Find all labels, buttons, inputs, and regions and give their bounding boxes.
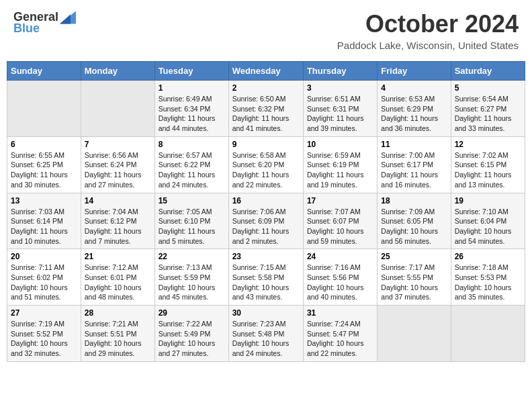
calendar-cell: 24Sunrise: 7:16 AMSunset: 5:56 PMDayligh… [303, 249, 377, 306]
calendar-cell: 25Sunrise: 7:17 AMSunset: 5:55 PMDayligh… [378, 249, 451, 306]
location: Paddock Lake, Wisconsin, United States [337, 40, 519, 51]
calendar-cell: 28Sunrise: 7:21 AMSunset: 5:51 PMDayligh… [81, 306, 154, 362]
day-number: 4 [381, 83, 447, 93]
day-number: 22 [159, 252, 225, 261]
calendar-cell: 29Sunrise: 7:22 AMSunset: 5:49 PMDayligh… [154, 306, 228, 362]
day-info: Sunrise: 7:23 AMSunset: 5:48 PMDaylight:… [232, 319, 300, 359]
day-info: Sunrise: 7:02 AMSunset: 6:15 PMDaylight:… [455, 150, 521, 190]
day-info: Sunrise: 7:05 AMSunset: 6:10 PMDaylight:… [159, 207, 225, 246]
calendar-header-row: SundayMondayTuesdayWednesdayThursdayFrid… [7, 62, 525, 81]
title-area: October 2024 Paddock Lake, Wisconsin, Un… [337, 10, 519, 51]
day-info: Sunrise: 7:13 AMSunset: 5:59 PMDaylight:… [159, 263, 225, 302]
day-info: Sunrise: 7:19 AMSunset: 5:52 PMDaylight:… [11, 319, 77, 359]
day-info: Sunrise: 6:50 AMSunset: 6:32 PMDaylight:… [232, 94, 300, 134]
calendar-cell: 12Sunrise: 7:02 AMSunset: 6:15 PMDayligh… [451, 136, 525, 193]
calendar-cell: 30Sunrise: 7:23 AMSunset: 5:48 PMDayligh… [228, 306, 303, 362]
calendar-cell: 23Sunrise: 7:15 AMSunset: 5:58 PMDayligh… [228, 249, 303, 306]
day-info: Sunrise: 6:51 AMSunset: 6:31 PMDaylight:… [307, 94, 373, 134]
day-number: 9 [232, 140, 300, 149]
day-number: 20 [11, 252, 77, 261]
day-number: 17 [307, 196, 373, 205]
day-number: 31 [307, 308, 373, 318]
calendar-cell: 3Sunrise: 6:51 AMSunset: 6:31 PMDaylight… [303, 81, 377, 137]
day-number: 10 [307, 140, 373, 149]
day-number: 12 [455, 140, 521, 149]
calendar-cell: 1Sunrise: 6:49 AMSunset: 6:34 PMDaylight… [154, 81, 228, 137]
day-number: 19 [455, 196, 521, 205]
calendar-cell: 17Sunrise: 7:07 AMSunset: 6:07 PMDayligh… [303, 193, 377, 249]
logo: General Blue [13, 10, 76, 36]
calendar-cell: 11Sunrise: 7:00 AMSunset: 6:17 PMDayligh… [378, 136, 451, 193]
calendar-cell [378, 306, 451, 362]
day-number: 26 [455, 252, 521, 261]
day-number: 27 [11, 308, 77, 318]
month-title: October 2024 [337, 10, 519, 38]
day-info: Sunrise: 7:06 AMSunset: 6:09 PMDaylight:… [232, 207, 300, 246]
calendar-table: SundayMondayTuesdayWednesdayThursdayFrid… [7, 61, 525, 362]
day-number: 1 [159, 83, 225, 93]
calendar-cell: 21Sunrise: 7:12 AMSunset: 6:01 PMDayligh… [81, 249, 154, 306]
day-info: Sunrise: 7:10 AMSunset: 6:04 PMDaylight:… [455, 207, 521, 246]
page-header: General Blue October 2024 Paddock Lake, … [7, 7, 525, 54]
svg-marker-1 [60, 14, 71, 24]
calendar-week-row: 6Sunrise: 6:55 AMSunset: 6:25 PMDaylight… [7, 136, 525, 193]
day-number: 25 [381, 252, 447, 261]
day-of-week-header: Thursday [303, 62, 377, 81]
day-of-week-header: Friday [378, 62, 451, 81]
day-number: 13 [11, 196, 77, 205]
calendar-cell: 6Sunrise: 6:55 AMSunset: 6:25 PMDaylight… [7, 136, 81, 193]
day-number: 23 [232, 252, 300, 261]
calendar-cell: 22Sunrise: 7:13 AMSunset: 5:59 PMDayligh… [154, 249, 228, 306]
day-of-week-header: Sunday [7, 62, 81, 81]
day-info: Sunrise: 7:11 AMSunset: 6:02 PMDaylight:… [11, 263, 77, 302]
calendar-cell: 2Sunrise: 6:50 AMSunset: 6:32 PMDaylight… [228, 81, 303, 137]
day-info: Sunrise: 7:18 AMSunset: 5:53 PMDaylight:… [455, 263, 521, 302]
day-number: 7 [85, 140, 151, 149]
calendar-cell [7, 81, 81, 137]
day-number: 29 [159, 308, 225, 318]
day-number: 2 [232, 83, 300, 93]
calendar-cell: 16Sunrise: 7:06 AMSunset: 6:09 PMDayligh… [228, 193, 303, 249]
day-number: 16 [232, 196, 300, 205]
day-number: 5 [455, 83, 521, 93]
calendar-cell: 20Sunrise: 7:11 AMSunset: 6:02 PMDayligh… [7, 249, 81, 306]
calendar-cell: 19Sunrise: 7:10 AMSunset: 6:04 PMDayligh… [451, 193, 525, 249]
day-number: 15 [159, 196, 225, 205]
day-info: Sunrise: 7:17 AMSunset: 5:55 PMDaylight:… [381, 263, 447, 302]
calendar-cell: 14Sunrise: 7:04 AMSunset: 6:12 PMDayligh… [81, 193, 154, 249]
calendar-cell: 13Sunrise: 7:03 AMSunset: 6:14 PMDayligh… [7, 193, 81, 249]
day-number: 24 [307, 252, 373, 261]
calendar-cell: 18Sunrise: 7:09 AMSunset: 6:05 PMDayligh… [378, 193, 451, 249]
calendar-cell: 7Sunrise: 6:56 AMSunset: 6:24 PMDaylight… [81, 136, 154, 193]
day-number: 11 [381, 140, 447, 149]
day-info: Sunrise: 6:56 AMSunset: 6:24 PMDaylight:… [85, 150, 151, 190]
day-info: Sunrise: 6:54 AMSunset: 6:27 PMDaylight:… [455, 94, 521, 134]
calendar-cell [81, 81, 154, 137]
day-info: Sunrise: 7:00 AMSunset: 6:17 PMDaylight:… [381, 150, 447, 190]
day-info: Sunrise: 6:49 AMSunset: 6:34 PMDaylight:… [159, 94, 225, 134]
day-info: Sunrise: 7:24 AMSunset: 5:47 PMDaylight:… [307, 319, 373, 359]
day-number: 8 [159, 140, 225, 149]
day-info: Sunrise: 7:12 AMSunset: 6:01 PMDaylight:… [85, 263, 151, 302]
calendar-cell: 31Sunrise: 7:24 AMSunset: 5:47 PMDayligh… [303, 306, 377, 362]
day-number: 6 [11, 140, 77, 149]
day-info: Sunrise: 7:16 AMSunset: 5:56 PMDaylight:… [307, 263, 373, 302]
day-number: 30 [232, 308, 300, 318]
day-number: 18 [381, 196, 447, 205]
day-info: Sunrise: 6:53 AMSunset: 6:29 PMDaylight:… [381, 94, 447, 134]
day-number: 14 [85, 196, 151, 205]
day-number: 28 [85, 308, 151, 318]
calendar-cell: 27Sunrise: 7:19 AMSunset: 5:52 PMDayligh… [7, 306, 81, 362]
day-number: 21 [85, 252, 151, 261]
day-info: Sunrise: 6:59 AMSunset: 6:19 PMDaylight:… [307, 150, 373, 190]
calendar-cell [451, 306, 525, 362]
calendar-cell: 15Sunrise: 7:05 AMSunset: 6:10 PMDayligh… [154, 193, 228, 249]
day-info: Sunrise: 6:58 AMSunset: 6:20 PMDaylight:… [232, 150, 300, 190]
day-info: Sunrise: 7:07 AMSunset: 6:07 PMDaylight:… [307, 207, 373, 246]
day-info: Sunrise: 6:57 AMSunset: 6:22 PMDaylight:… [159, 150, 225, 190]
day-info: Sunrise: 7:09 AMSunset: 6:05 PMDaylight:… [381, 207, 447, 246]
calendar-cell: 26Sunrise: 7:18 AMSunset: 5:53 PMDayligh… [451, 249, 525, 306]
logo-blue-text: Blue [13, 21, 40, 36]
day-of-week-header: Tuesday [154, 62, 228, 81]
calendar-week-row: 1Sunrise: 6:49 AMSunset: 6:34 PMDaylight… [7, 81, 525, 137]
